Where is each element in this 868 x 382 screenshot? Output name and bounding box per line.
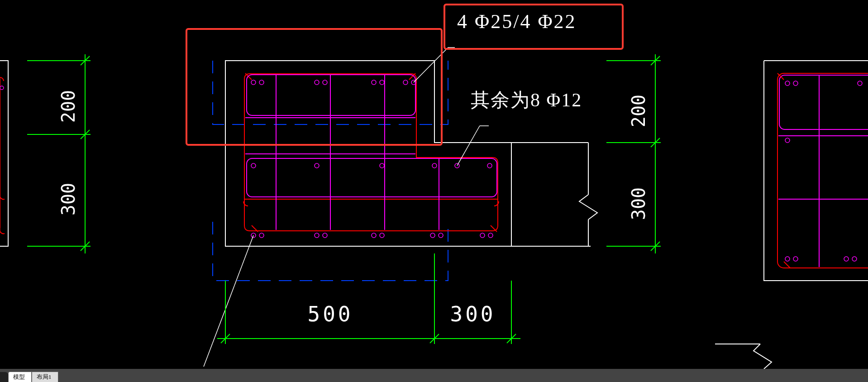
- svg-point-37: [372, 233, 376, 238]
- svg-point-39: [430, 233, 435, 238]
- leader-bottom-left: [204, 235, 253, 367]
- bottom-dimension-chain: [217, 253, 520, 344]
- dim-mid-200: 200: [628, 95, 649, 127]
- mid-dimension-chain: [606, 54, 661, 253]
- svg-line-45: [457, 126, 480, 166]
- dim-left-300: 300: [58, 183, 79, 215]
- svg-point-30: [432, 163, 437, 168]
- tab-model[interactable]: 模型: [8, 372, 32, 382]
- svg-point-42: [488, 233, 493, 238]
- svg-line-43: [414, 48, 448, 82]
- svg-point-74: [785, 257, 790, 261]
- drawing-canvas[interactable]: 200 300: [0, 0, 868, 369]
- break-symbol-upper: [511, 143, 597, 246]
- svg-line-47: [204, 235, 253, 367]
- svg-point-70: [785, 81, 790, 86]
- svg-point-19: [251, 80, 256, 85]
- svg-point-27: [251, 163, 256, 168]
- dim-left-200: 200: [58, 90, 79, 123]
- svg-point-21: [315, 80, 319, 85]
- svg-rect-18: [247, 75, 415, 115]
- left-partial-section: [0, 61, 8, 246]
- svg-point-20: [259, 80, 264, 85]
- leader-rest-rebar: [457, 126, 489, 166]
- svg-point-1: [0, 86, 4, 90]
- annotation-rest-rebar: 其余为8 Φ12: [471, 90, 582, 110]
- svg-point-71: [793, 81, 798, 86]
- left-dimension-chain: [27, 54, 91, 253]
- svg-point-28: [315, 163, 319, 168]
- dim-mid-300: 300: [628, 187, 649, 220]
- dim-bottom-300: 300: [450, 302, 496, 326]
- svg-point-22: [323, 80, 327, 85]
- svg-point-34: [259, 233, 264, 238]
- svg-point-36: [323, 233, 327, 238]
- svg-point-35: [315, 233, 319, 238]
- svg-point-32: [487, 163, 492, 168]
- right-partial-section: [715, 61, 868, 369]
- svg-point-75: [793, 257, 798, 261]
- svg-point-25: [403, 80, 408, 85]
- svg-point-77: [852, 257, 857, 261]
- dim-bottom-500: 500: [307, 302, 353, 326]
- svg-point-76: [844, 257, 849, 261]
- layout-tab-bar: 模型 布局1: [0, 369, 868, 382]
- annotation-top-rebar: 4 Φ25/4 Φ22: [457, 10, 577, 33]
- svg-point-38: [380, 233, 384, 238]
- svg-point-29: [380, 163, 384, 168]
- svg-point-40: [439, 233, 443, 238]
- svg-rect-17: [247, 158, 497, 197]
- tab-lead: [0, 372, 8, 382]
- svg-rect-69: [779, 75, 868, 129]
- svg-point-72: [858, 81, 862, 86]
- svg-point-23: [372, 80, 376, 85]
- svg-point-41: [480, 233, 485, 238]
- svg-point-73: [785, 138, 790, 143]
- tab-layout1[interactable]: 布局1: [32, 372, 58, 382]
- svg-rect-65: [777, 73, 868, 268]
- svg-point-24: [380, 80, 384, 85]
